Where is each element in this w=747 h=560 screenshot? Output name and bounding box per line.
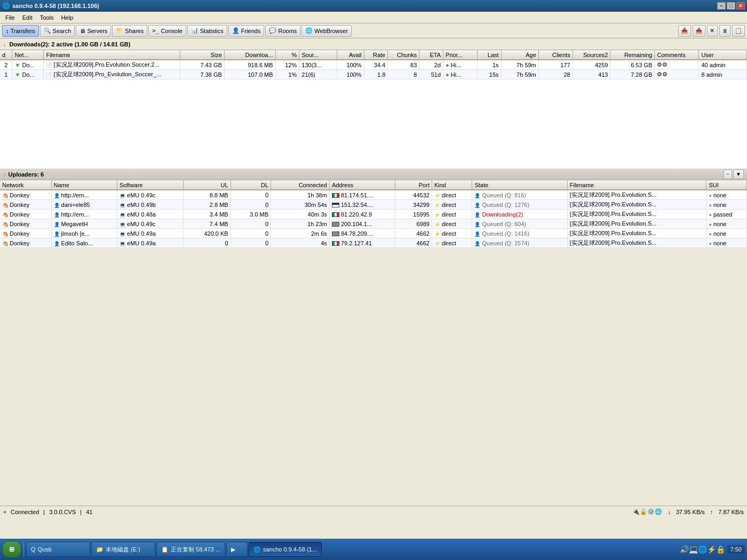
rooms-button[interactable]: 💬 Rooms: [265, 25, 300, 37]
uploader-row[interactable]: 🐴 Donkey👤 http://em...💻 eMU 0.48a3.4 MB3…: [0, 210, 747, 219]
ul-col-network[interactable]: Network: [0, 180, 51, 190]
taskbar: ⊞ Q Qusb 📁 本地磁盘 (E:) 📋 正在复制 58,473 ... ▶…: [0, 539, 747, 560]
download-row[interactable]: 2▼ Do... 📄 [实况足球2009].Pro.Evolution.Socc…: [0, 60, 747, 70]
uploaders-icon: ↑: [3, 171, 6, 178]
friends-icon: 👤: [232, 27, 240, 34]
col-avail[interactable]: Avail: [337, 50, 364, 60]
col-last[interactable]: Last: [477, 50, 501, 60]
toolbar-icon1[interactable]: 📥: [678, 25, 691, 37]
search-label: Search: [53, 28, 71, 34]
titlebar-title: 🌐 sancho 0.9.4-58 (192.168.1.106): [2, 2, 99, 10]
maximize-button[interactable]: □: [727, 2, 735, 10]
col-rate[interactable]: Rate: [364, 50, 388, 60]
col-eta[interactable]: ETA: [419, 50, 443, 60]
col-clients[interactable]: Clients: [538, 50, 573, 60]
download-row[interactable]: 1▼ Do... 📄 [实况足球2009].Pro_Evolution_Socc…: [0, 70, 747, 79]
ul-col-dl[interactable]: DL: [231, 180, 271, 190]
servers-icon: 🖥: [80, 28, 85, 34]
col-d[interactable]: d: [0, 50, 12, 60]
search-button[interactable]: 🔍 Search: [40, 25, 75, 37]
transfers-button[interactable]: ↕ Transfers: [2, 25, 39, 37]
statistics-icon: 📊: [191, 27, 198, 34]
downloads-label: Downloads(2): 2 active (1.00 GB / 14.81 …: [10, 41, 131, 47]
uploaders-header: ↑ Uploaders: 6 − ▼: [0, 169, 747, 180]
speed-up: 7.87 KB/s: [718, 509, 744, 515]
col-filename[interactable]: Filename: [44, 50, 180, 60]
sancho-label: sancho 0.9.4-58 (1...: [263, 546, 317, 553]
titlebar: 🌐 sancho 0.9.4-58 (192.168.1.106) − □ ✕: [0, 0, 747, 12]
col-priority[interactable]: Prior...: [443, 50, 478, 60]
rooms-label: Rooms: [278, 28, 297, 34]
taskbar-qusb[interactable]: Q Qusb: [26, 542, 90, 557]
col-size[interactable]: Size: [180, 50, 224, 60]
ul-col-state[interactable]: State: [472, 180, 567, 190]
ul-col-kind[interactable]: Kind: [432, 180, 472, 190]
uploader-row[interactable]: 🐴 Donkey👤 dani+ele85💻 eMU 0.49b2.8 MB030…: [0, 200, 747, 210]
ul-col-connected[interactable]: Connected: [271, 180, 330, 190]
console-button[interactable]: >_ Console: [148, 25, 186, 37]
speed-down: 37.95 KB/s: [676, 509, 705, 515]
servers-button[interactable]: 🖥 Servers: [76, 25, 111, 37]
media-icon: ▶: [231, 546, 235, 553]
col-net[interactable]: Net...: [12, 50, 44, 60]
uploader-row[interactable]: 🐴 Donkey👤 Edito Salo...💻 eMU 0.49a004s 7…: [0, 238, 747, 248]
ul-col-sui[interactable]: SUI: [706, 180, 747, 190]
friends-button[interactable]: 👤 Friends: [228, 25, 265, 37]
minimize-button[interactable]: −: [717, 2, 726, 10]
uploader-row[interactable]: 🐴 Donkey👤 MegavetH💻 eMU 0.49c7.4 MB01h 2…: [0, 219, 747, 229]
start-icon: ⊞: [9, 546, 14, 553]
col-comments[interactable]: Comments: [655, 50, 699, 60]
ul-col-port[interactable]: Port: [395, 180, 432, 190]
ul-col-software[interactable]: Software: [117, 180, 183, 190]
uploader-row[interactable]: 🐴 Donkey👤 jlmxoh [e...💻 eMU 0.49a420.0 K…: [0, 229, 747, 238]
col-sources2[interactable]: Sources2: [573, 50, 610, 60]
menu-file[interactable]: File: [2, 13, 18, 22]
col-sources[interactable]: Sour...: [299, 50, 337, 60]
col-chunks[interactable]: Chunks: [388, 50, 419, 60]
speed-up-label: ↑: [710, 509, 713, 515]
toolbar: ↕ Transfers 🔍 Search 🖥 Servers 📁 Shares …: [0, 23, 747, 38]
webbrowser-button[interactable]: 🌐 WebBrowser: [301, 25, 352, 37]
console-label: Console: [161, 28, 182, 34]
webbrowser-label: WebBrowser: [314, 28, 348, 34]
speed-icons: 🔌🔒⚙️🌐: [632, 508, 662, 515]
menu-edit[interactable]: Edit: [19, 13, 36, 22]
taskbar-copy[interactable]: 📋 正在复制 58,473 ...: [156, 542, 225, 557]
start-button[interactable]: ⊞: [2, 541, 21, 558]
servers-label: Servers: [87, 28, 107, 34]
col-downloaded[interactable]: Downloa...: [224, 50, 275, 60]
statistics-button[interactable]: 📊 Statistics: [187, 25, 227, 37]
toolbar-icon3[interactable]: ✕: [707, 25, 718, 37]
uploader-row[interactable]: 🐴 Donkey👤 http://em...💻 eMU 0.49c8.8 MB0…: [0, 190, 747, 200]
uploaders-options[interactable]: ▼: [733, 170, 744, 179]
shares-button[interactable]: 📁 Shares: [112, 25, 147, 37]
menu-tools[interactable]: Tools: [37, 13, 57, 22]
toolbar-icon4[interactable]: ⏸: [719, 25, 730, 37]
ul-col-name[interactable]: Name: [51, 180, 117, 190]
col-remaining[interactable]: Remaining: [610, 50, 655, 60]
ul-col-filename[interactable]: Filename: [567, 180, 706, 190]
systray: 🔊💻🌐⚡🔒 7:50: [680, 545, 745, 554]
uploaders-minimize[interactable]: −: [724, 170, 732, 179]
taskbar-sancho[interactable]: 🌐 sancho 0.9.4-58 (1...: [249, 542, 322, 557]
col-age[interactable]: Age: [501, 50, 538, 60]
disk-label: 本地磁盘 (E:): [106, 546, 140, 554]
taskbar-media[interactable]: ▶: [226, 542, 248, 557]
systray-icons: 🔊💻🌐⚡🔒: [680, 545, 725, 554]
toolbar-icon5[interactable]: 📋: [732, 25, 745, 37]
webbrowser-icon: 🌐: [305, 27, 313, 34]
ul-col-address[interactable]: Address: [329, 180, 395, 190]
col-user[interactable]: User: [699, 50, 747, 60]
rooms-icon: 💬: [269, 27, 276, 34]
taskbar-disk[interactable]: 📁 本地磁盘 (E:): [91, 542, 155, 557]
menubar: File Edit Tools Help: [0, 12, 747, 23]
ul-col-ul[interactable]: UL: [183, 180, 231, 190]
copy-icon: 📋: [161, 546, 169, 553]
console-icon: >_: [152, 27, 159, 34]
shares-label: Shares: [125, 28, 144, 34]
close-button[interactable]: ✕: [736, 2, 745, 10]
col-percent[interactable]: %: [275, 50, 299, 60]
toolbar-icon2[interactable]: 📤: [693, 25, 705, 37]
shares-icon: 📁: [116, 27, 123, 34]
menu-help[interactable]: Help: [58, 13, 76, 22]
